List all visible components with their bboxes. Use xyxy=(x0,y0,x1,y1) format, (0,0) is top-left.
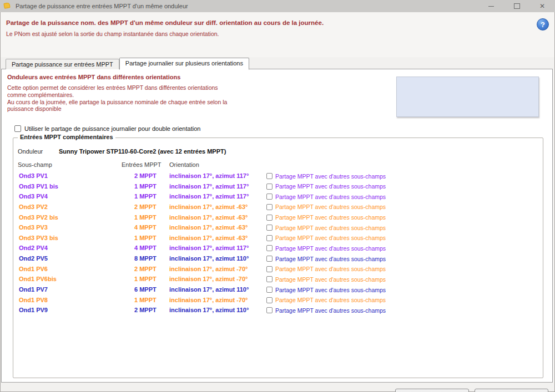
share-checkbox[interactable] xyxy=(266,256,273,262)
tab-partage-journalier-orientations[interactable]: Partage journalier sur plusieurs orienta… xyxy=(119,58,249,70)
mppt-count: 1 MPPT xyxy=(134,297,157,303)
share-label: Partage MPPT avec d'autres sous-champs xyxy=(275,297,386,303)
mppt-count: 2 MPPT xyxy=(134,266,157,272)
share-label: Partage MPPT avec d'autres sous-champs xyxy=(275,245,386,252)
share-checkbox[interactable] xyxy=(266,297,273,303)
share-label: Partage MPPT avec d'autres sous-champs xyxy=(275,225,386,231)
orientation-value: inclinaison 17°, azimut 117° xyxy=(169,193,249,200)
share-label: Partage MPPT avec d'autres sous-champs xyxy=(275,214,386,221)
inverter-label: Onduleur xyxy=(18,148,43,155)
window-controls: ✕ xyxy=(478,0,555,12)
mppt-count: 4 MPPT xyxy=(134,224,157,231)
subfield-name: Ond3 PV2 xyxy=(19,203,48,210)
orientation-value: inclinaison 17°, azimut 117° xyxy=(169,172,249,179)
minimize-button[interactable] xyxy=(478,0,504,12)
subfield-name: Ond3 PV1 xyxy=(19,172,48,179)
orientation-value: inclinaison 17°, azimut -70° xyxy=(169,276,248,282)
daily-share-label: Utiliser le partage de puissance journal… xyxy=(24,125,200,132)
share-label: Partage MPPT avec d'autres sous-champs xyxy=(275,173,386,180)
share-label: Partage MPPT avec d'autres sous-champs xyxy=(275,266,386,272)
subfield-name: Ond3 PV3 xyxy=(19,224,48,231)
window-title: Partage de puissance entre entrées MPPT … xyxy=(16,3,188,9)
subfield-name: Ond1 PV8 xyxy=(19,297,48,303)
section-title: Onduleurs avec entrées MPPT dans différe… xyxy=(7,74,180,80)
share-checkbox[interactable] xyxy=(266,184,273,190)
mppt-count: 4 MPPT xyxy=(134,245,157,251)
close-button[interactable]: ✕ xyxy=(529,0,555,12)
share-checkbox[interactable] xyxy=(266,235,273,241)
mppt-row: Ond1 PV6bis1 MPPTinclinaison 17°, azimut… xyxy=(13,274,543,285)
mppt-row: Ond3 PV2 bis1 MPPTinclinaison 17°, azimu… xyxy=(13,213,543,223)
description-line: puissance disponible xyxy=(7,105,227,113)
description-line: Cette option permet de considérer les en… xyxy=(7,84,227,91)
mppt-row: Ond2 PV44 MPPTinclinaison 17°, azimut 11… xyxy=(13,243,543,254)
share-checkbox[interactable] xyxy=(266,225,273,231)
daily-share-option: Utiliser le partage de puissance journal… xyxy=(14,125,200,132)
description-line: comme complémentaires. xyxy=(7,91,227,99)
share-checkbox[interactable] xyxy=(266,276,273,282)
mppt-row: Ond3 PV41 MPPTinclinaison 17°, azimut 11… xyxy=(13,192,543,202)
share-checkbox[interactable] xyxy=(266,194,273,200)
subfield-name: Ond2 PV4 xyxy=(19,245,48,251)
subfield-name: Ond2 PV5 xyxy=(19,255,48,262)
subfield-name: Ond1 PV6 xyxy=(19,266,48,272)
orientation-value: inclinaison 17°, azimut -63° xyxy=(169,214,248,221)
mppt-row: Ond2 PV58 MPPTinclinaison 17°, azimut 11… xyxy=(13,254,543,264)
mppt-count: 6 MPPT xyxy=(134,286,157,293)
orientation-value: inclinaison 17°, azimut 110° xyxy=(169,307,249,313)
groupbox-legend: Entrées MPPT complémentaires xyxy=(18,134,115,140)
mppt-row: Ond3 PV1 bis1 MPPTinclinaison 17°, azimu… xyxy=(13,182,543,192)
mppt-count: 2 MPPT xyxy=(134,307,157,313)
subfield-name: Ond1 PV6bis xyxy=(19,276,57,282)
dialog-subheading: Le PNom est ajusté selon la sortie du ch… xyxy=(6,30,219,37)
bottom-button-left[interactable] xyxy=(395,389,469,392)
mppt-groupbox: Entrées MPPT complémentaires Onduleur Su… xyxy=(13,138,543,378)
maximize-icon xyxy=(514,3,520,9)
share-label: Partage MPPT avec d'autres sous-champs xyxy=(275,235,386,241)
mppt-row: Ond1 PV92 MPPTinclinaison 17°, azimut 11… xyxy=(13,306,543,316)
orientation-value: inclinaison 17°, azimut -70° xyxy=(169,297,248,303)
maximize-button[interactable] xyxy=(504,0,529,12)
share-checkbox[interactable] xyxy=(266,266,273,272)
subfield-name: Ond3 PV1 bis xyxy=(19,183,58,190)
column-mppt: Entrées MPPT xyxy=(122,161,162,168)
orientation-value: inclinaison 17°, azimut -63° xyxy=(169,235,248,241)
orientation-value: inclinaison 17°, azimut 117° xyxy=(169,183,249,190)
subfield-name: Ond3 PV4 xyxy=(19,193,48,200)
orientation-value: inclinaison 17°, azimut 110° xyxy=(169,255,249,262)
mppt-row: Ond1 PV81 MPPTinclinaison 17°, azimut -7… xyxy=(13,296,543,306)
column-orientation: Orientation xyxy=(169,161,199,168)
share-checkbox[interactable] xyxy=(266,307,273,313)
mppt-count: 2 MPPT xyxy=(134,203,157,210)
dialog-heading: Partage de la puissance nom. des MPPT d'… xyxy=(6,19,324,26)
tab-page: Onduleurs avec entrées MPPT dans différe… xyxy=(1,69,553,383)
subfield-name: Ond1 PV7 xyxy=(19,286,48,293)
mppt-row: Ond3 PV3 bis1 MPPTinclinaison 17°, azimu… xyxy=(13,233,543,244)
share-checkbox[interactable] xyxy=(266,173,273,179)
mppt-row: Ond3 PV22 MPPTinclinaison 17°, azimut -6… xyxy=(13,202,543,213)
share-checkbox[interactable] xyxy=(266,245,273,251)
share-label: Partage MPPT avec d'autres sous-champs xyxy=(275,183,386,190)
orientation-value: inclinaison 17°, azimut -63° xyxy=(169,203,248,210)
description-line: Au cours de la journée, elle partage la … xyxy=(7,99,227,106)
mppt-row: Ond1 PV76 MPPTinclinaison 17°, azimut 11… xyxy=(13,285,543,296)
mppt-rows: Ond3 PV12 MPPTinclinaison 17°, azimut 11… xyxy=(13,171,543,316)
share-label: Partage MPPT avec d'autres sous-champs xyxy=(275,203,386,210)
app-icon xyxy=(4,2,12,11)
info-panel xyxy=(396,77,539,117)
orientation-value: inclinaison 17°, azimut -63° xyxy=(169,224,248,231)
mppt-count: 8 MPPT xyxy=(134,255,157,262)
tab-partage-puissance-mppt[interactable]: Partage puissance sur entrées MPPT xyxy=(6,59,119,69)
inverter-value: Sunny Tripower STP110-60-Core2 (avec 12 … xyxy=(59,148,226,155)
help-icon[interactable]: ? xyxy=(537,18,549,30)
mppt-row: Ond3 PV34 MPPTinclinaison 17°, azimut -6… xyxy=(13,223,543,233)
daily-share-checkbox[interactable] xyxy=(14,125,21,132)
share-checkbox[interactable] xyxy=(266,287,273,293)
orientation-value: inclinaison 17°, azimut 110° xyxy=(169,286,249,293)
close-icon: ✕ xyxy=(539,2,545,10)
bottom-button-right[interactable] xyxy=(475,389,548,392)
share-checkbox[interactable] xyxy=(266,215,273,221)
share-checkbox[interactable] xyxy=(266,204,273,210)
share-label: Partage MPPT avec d'autres sous-champs xyxy=(275,287,386,293)
orientation-value: inclinaison 17°, azimut 117° xyxy=(169,245,249,251)
